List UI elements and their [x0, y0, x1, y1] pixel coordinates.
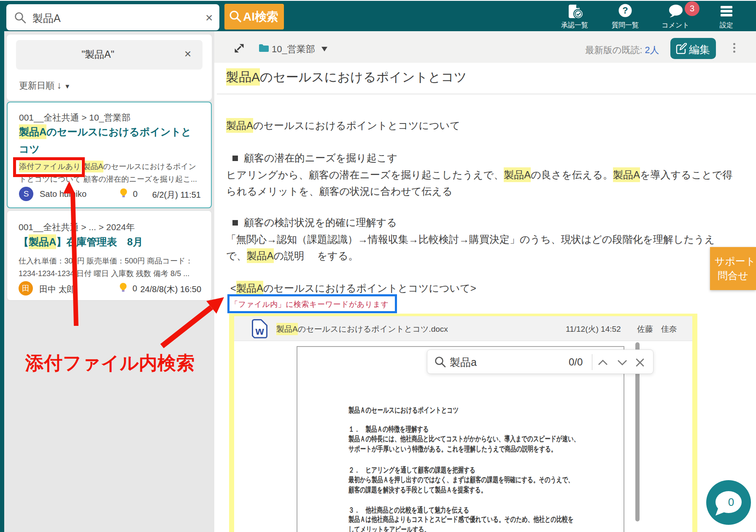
svg-text:w: w: [255, 325, 264, 337]
svg-text:0: 0: [728, 496, 734, 508]
svg-text:?: ?: [622, 5, 628, 16]
